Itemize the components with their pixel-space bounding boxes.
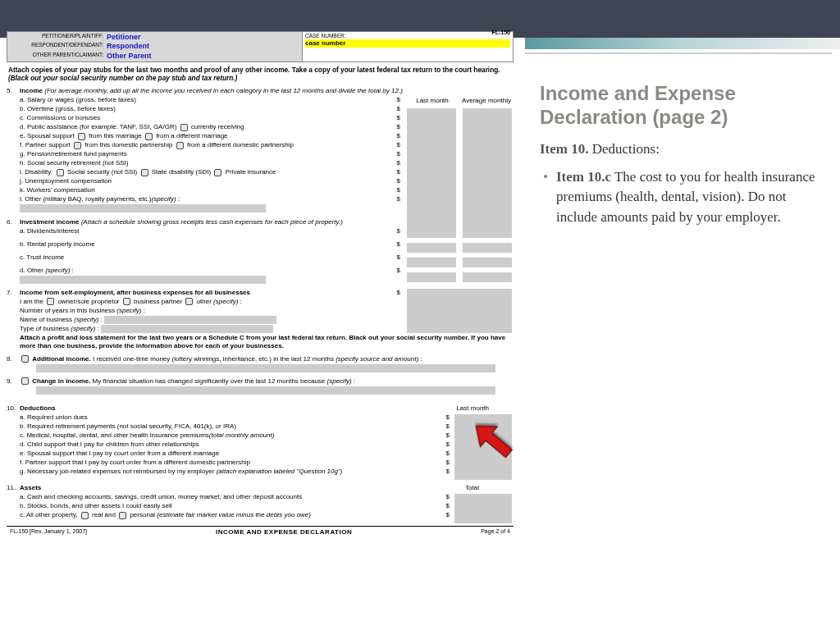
other-parent-value: Other Parent (107, 52, 152, 61)
attach-instructions: Attach copies of your pay stubs for the … (8, 66, 512, 83)
checkbox[interactable] (21, 355, 29, 363)
form-footer: FL-150 [Rev. January 1, 2007] INCOME AND… (7, 526, 514, 536)
fill-line[interactable] (20, 204, 266, 212)
case-number-value[interactable]: case number (305, 39, 510, 48)
checkbox[interactable] (74, 142, 81, 149)
petitioner-value: Petitioner (107, 33, 141, 42)
slide-title: Income and Expense Declaration (page 2) (540, 82, 827, 130)
checkbox[interactable] (78, 133, 85, 140)
form-code: FL-150 (491, 30, 510, 37)
checkbox[interactable] (145, 133, 153, 140)
checkbox[interactable] (47, 298, 54, 305)
checkbox[interactable] (81, 512, 89, 519)
respondent-value: Respondent (107, 42, 149, 51)
respondent-label: RESPONDENT/DEFENDANT: (10, 42, 107, 51)
petitioner-label: PETITIONER/PLAINTIFF: (10, 33, 107, 42)
slide-notes: Income and Expense Declaration (page 2) … (540, 82, 827, 228)
slide-accent-stripe (525, 38, 840, 49)
case-number-label: CASE NUMBER: (305, 33, 510, 39)
section-8-additional: 8. Additional income. I received one-tim… (7, 355, 514, 372)
checkbox[interactable] (123, 298, 130, 305)
section-6-investment: 6. Investment income (Attach a schedule … (7, 218, 514, 284)
checkbox[interactable] (180, 124, 188, 131)
section-9-change: 9. Change in income. My financial situat… (7, 377, 514, 395)
section-10-deductions: Last month 10. Deductions a. Required un… (7, 404, 514, 476)
checkbox[interactable] (119, 512, 126, 519)
checkbox[interactable] (21, 377, 29, 385)
section-11-assets: Total 11. Assets a. Cash and checking ac… (7, 484, 514, 519)
other-parent-label: OTHER PARENT/CLAIMANT: (10, 52, 107, 61)
case-header-table: PETITIONER/PLAINTIFF:Petitioner RESPONDE… (7, 31, 514, 62)
fill-line[interactable] (20, 276, 266, 284)
slide-accent-line (525, 52, 832, 54)
form-fl150: FL-150 PETITIONER/PLAINTIFF:Petitioner R… (7, 31, 514, 536)
slide-subtitle: Item 10. Deductions: (540, 141, 827, 158)
section-7-selfemployment: 7. Income from self-employment, after bu… (7, 289, 514, 350)
checkbox[interactable] (176, 142, 184, 149)
checkbox[interactable] (185, 298, 193, 305)
checkbox[interactable] (214, 169, 221, 176)
checkbox[interactable] (141, 169, 148, 176)
section-5-income: Last monthAverage monthly 5. Income (For… (7, 87, 514, 212)
checkbox[interactable] (57, 169, 64, 176)
bullet-item-10c: Item 10.c The cost to you for health ins… (540, 167, 827, 228)
